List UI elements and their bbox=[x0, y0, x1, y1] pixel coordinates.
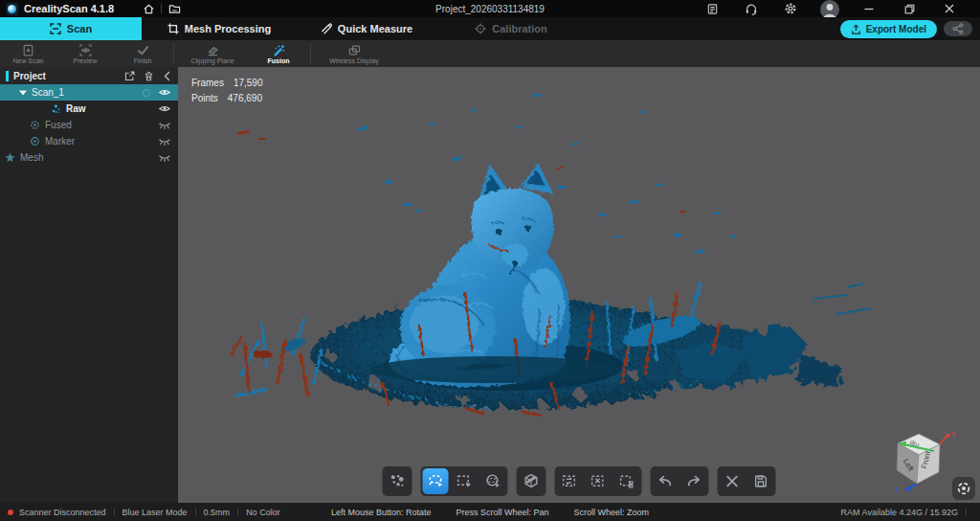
tree-row-scan1[interactable]: Scan_1 bbox=[0, 84, 178, 101]
lasso-select-button[interactable] bbox=[423, 468, 449, 494]
tab-mesh-processing[interactable]: Mesh Processing bbox=[142, 17, 297, 40]
accent-bar bbox=[6, 71, 9, 81]
mouse-hints: Left Mouse Button: Rotate Press Scroll W… bbox=[331, 508, 649, 517]
axis-x-label: X bbox=[951, 431, 956, 438]
noise-grass-left bbox=[232, 318, 322, 396]
mesh-processing-icon bbox=[167, 23, 179, 34]
fox-scan-model[interactable] bbox=[178, 67, 980, 503]
preview-button[interactable]: Preview bbox=[56, 40, 114, 67]
scan-frame-icon bbox=[50, 23, 61, 34]
hint-pan: Press Scroll Wheel: Pan bbox=[457, 508, 549, 517]
new-scan-button[interactable]: New Scan bbox=[0, 40, 56, 67]
titlebar-separator bbox=[161, 4, 162, 13]
export-project-icon[interactable] bbox=[124, 71, 135, 81]
eye-open-icon[interactable] bbox=[159, 88, 170, 97]
tree-row-marker[interactable]: Marker bbox=[0, 133, 178, 149]
invert-selection-button[interactable] bbox=[557, 468, 583, 494]
collapse-panel-icon[interactable] bbox=[163, 71, 171, 81]
fox-statue bbox=[389, 163, 570, 387]
window-controls bbox=[859, 1, 959, 16]
close-button[interactable] bbox=[940, 1, 959, 16]
eye-closed-icon[interactable] bbox=[159, 121, 170, 130]
clip-cube-button[interactable] bbox=[519, 468, 545, 494]
project-title: Project_20260331134819 bbox=[435, 0, 545, 17]
cancel-button[interactable] bbox=[720, 468, 746, 494]
tree-row-raw[interactable]: Raw bbox=[0, 101, 178, 117]
open-folder-icon bbox=[168, 3, 181, 15]
settings-button[interactable] bbox=[781, 1, 800, 16]
changelog-button[interactable] bbox=[702, 1, 722, 16]
hint-zoom: Scroll Wheel: Zoom bbox=[574, 508, 650, 517]
laser-mode: Blue Laser Mode bbox=[122, 508, 188, 517]
share-button[interactable] bbox=[944, 21, 972, 36]
app-logo bbox=[6, 3, 18, 15]
delete-project-icon[interactable] bbox=[144, 71, 154, 81]
axis-z: Z bbox=[896, 484, 917, 492]
expander-icon[interactable] bbox=[19, 90, 27, 96]
clear-selection-button[interactable] bbox=[586, 468, 612, 494]
tree-row-fused[interactable]: Fused bbox=[0, 117, 178, 133]
preview-icon bbox=[79, 44, 92, 57]
eye-closed-icon[interactable] bbox=[159, 137, 170, 147]
sphere-select-icon bbox=[485, 473, 501, 489]
statusbar-left: Scanner Disconnected Blue Laser Mode 0.5… bbox=[8, 508, 280, 517]
save-button[interactable] bbox=[748, 468, 774, 494]
eye-open-icon[interactable] bbox=[159, 104, 170, 113]
redo-icon bbox=[686, 473, 702, 489]
scan-viewport[interactable]: Frames17,590 Points476,690 bbox=[178, 67, 980, 503]
share-icon bbox=[952, 23, 964, 34]
support-headset-icon bbox=[745, 2, 758, 15]
calibration-icon bbox=[475, 23, 486, 34]
wireless-display-button[interactable]: Wireless Display bbox=[313, 40, 395, 67]
ribbon-separator bbox=[173, 43, 174, 64]
point-cloud-button[interactable] bbox=[385, 468, 411, 494]
scan-stats: Frames17,590 Points476,690 bbox=[191, 76, 263, 106]
tree-row-mesh[interactable]: Mesh bbox=[0, 149, 178, 166]
open-project-button[interactable] bbox=[165, 1, 184, 16]
save-icon bbox=[753, 473, 769, 489]
selection-toolbar bbox=[383, 466, 776, 496]
minimize-icon bbox=[864, 4, 874, 13]
ribbon-separator bbox=[310, 43, 311, 64]
clipping-plane-button[interactable]: Clipping Plane bbox=[176, 40, 249, 67]
redo-button[interactable] bbox=[681, 468, 707, 494]
scan-ribbon: New Scan Preview Finish Clipping Plane F… bbox=[0, 40, 980, 67]
points-value: 476,690 bbox=[228, 93, 262, 103]
support-button[interactable] bbox=[742, 1, 761, 16]
home-button[interactable] bbox=[139, 1, 158, 16]
frames-value: 17,590 bbox=[234, 78, 263, 88]
reset-view-button[interactable] bbox=[952, 477, 975, 500]
quick-measure-icon bbox=[321, 23, 332, 34]
minimize-button[interactable] bbox=[859, 1, 879, 16]
delete-selection-icon bbox=[619, 473, 635, 489]
tab-calibration[interactable]: Calibration bbox=[436, 17, 586, 40]
project-panel-empty-area bbox=[0, 166, 178, 503]
undo-button[interactable] bbox=[653, 468, 679, 494]
mode-tabs: Scan Mesh Processing Quick Measure Calib… bbox=[0, 17, 980, 40]
clear-selection-icon bbox=[590, 473, 607, 489]
point-cloud-icon bbox=[390, 473, 406, 489]
points-label: Points bbox=[191, 93, 218, 103]
fused-icon bbox=[30, 120, 40, 130]
mesh-icon bbox=[5, 152, 15, 163]
sphere-select-button[interactable] bbox=[480, 468, 506, 494]
project-panel-header: Project bbox=[0, 67, 178, 84]
user-avatar[interactable] bbox=[820, 0, 839, 19]
project-panel-title: Project bbox=[13, 71, 124, 81]
delete-selection-button[interactable] bbox=[614, 468, 640, 494]
sync-icon[interactable] bbox=[142, 88, 151, 98]
tab-scan[interactable]: Scan bbox=[0, 17, 142, 40]
eye-closed-icon[interactable] bbox=[159, 153, 170, 163]
fusion-wand-icon bbox=[273, 44, 285, 57]
tab-actions: Export Model bbox=[840, 19, 972, 38]
maximize-button[interactable] bbox=[900, 1, 919, 16]
scanner-status: Scanner Disconnected bbox=[19, 508, 106, 517]
rect-select-button[interactable] bbox=[452, 468, 478, 494]
tab-quick-measure[interactable]: Quick Measure bbox=[297, 17, 436, 40]
settings-gear-icon bbox=[784, 2, 797, 15]
finish-button[interactable]: Finish bbox=[114, 40, 171, 67]
export-model-button[interactable]: Export Model bbox=[840, 20, 937, 38]
fusion-button[interactable]: Fusion bbox=[249, 40, 308, 67]
navigation-cube[interactable]: Top Front Left X Z bbox=[880, 430, 961, 493]
maximize-icon bbox=[904, 4, 915, 14]
